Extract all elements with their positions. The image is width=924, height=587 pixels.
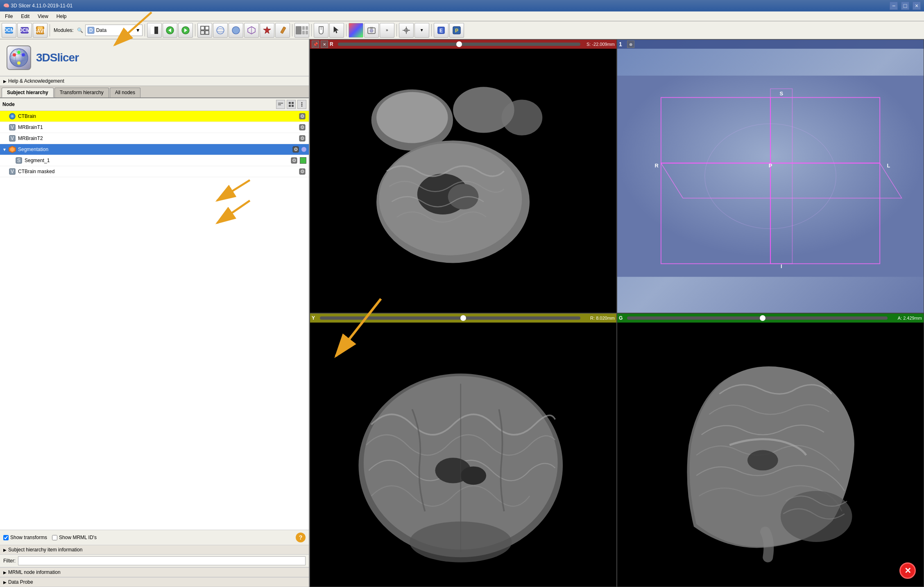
node-action-icon-mrbraint1[interactable]: ⚙	[298, 123, 306, 131]
menu-help[interactable]: Help	[53, 13, 70, 20]
crosshair-dropdown[interactable]: ▼	[414, 23, 429, 38]
tree-row-ctbrain-masked[interactable]: V CTBrain masked ⚙	[0, 166, 309, 177]
toolbar: DCM DCM SAVE Modules: 🔍 D Data ▼	[0, 21, 924, 39]
help-button[interactable]: ?	[296, 533, 306, 542]
layout-button[interactable]	[197, 23, 212, 38]
svg-rect-10	[151, 27, 154, 34]
node-icon-mrbraint1: V	[8, 123, 16, 131]
3d-content: S I R L P	[617, 40, 924, 313]
svg-point-48	[22, 53, 25, 56]
close-error-button[interactable]: ✕	[899, 562, 916, 579]
load-dicom-button[interactable]: DCM	[17, 23, 32, 38]
menubar: File Edit View Help	[0, 11, 924, 21]
svg-point-106	[461, 466, 486, 485]
show-transforms-wrap: Show transforms	[3, 535, 47, 540]
view-slider-axial[interactable]	[338, 43, 580, 46]
view-axial: 📌 ✕ R S: -22.009mm	[310, 39, 617, 313]
back-button[interactable]	[163, 23, 177, 38]
capture-button[interactable]	[364, 23, 379, 38]
minimize-button[interactable]: −	[890, 2, 898, 10]
3d-button[interactable]	[213, 23, 228, 38]
forward-button[interactable]	[178, 23, 193, 38]
view-slider-coronal[interactable]	[320, 316, 580, 320]
close-button[interactable]: ×	[913, 2, 921, 10]
load-data-button[interactable]: DCM	[2, 23, 16, 38]
svg-point-34	[370, 29, 373, 32]
cube-button[interactable]	[244, 23, 259, 38]
tabs: Subject hierarchy Transform hierarchy Al…	[0, 86, 309, 98]
sphere-button[interactable]	[229, 23, 243, 38]
node-action-icon-segment1[interactable]: ⚙	[290, 156, 298, 165]
node-action-icon-ctbrain-masked[interactable]: ⚙	[298, 167, 306, 176]
view-slider-thumb-coronal	[460, 315, 466, 321]
color-button[interactable]	[349, 23, 363, 38]
svg-rect-30	[306, 31, 308, 34]
node-icon-mrbraint2: V	[8, 134, 16, 142]
tree-header: Node	[0, 98, 309, 111]
python-button[interactable]: P	[449, 23, 464, 38]
mrml-info-section[interactable]: ▶ MRML node information	[0, 567, 309, 577]
pencil-button[interactable]	[275, 23, 290, 38]
svg-text:⚙: ⚙	[294, 147, 298, 152]
svg-text:P: P	[455, 28, 458, 34]
data-probe-section[interactable]: ▶ Data Probe	[0, 577, 309, 587]
show-transforms-label: Show transforms	[10, 535, 47, 540]
tab-subject-hierarchy[interactable]: Subject hierarchy	[2, 88, 54, 97]
maximize-button[interactable]: □	[901, 2, 909, 10]
node-label-segmentation: Segmentation	[18, 147, 292, 152]
app-logo-text: 3DSlicer	[36, 51, 79, 64]
tab-all-nodes[interactable]: All nodes	[110, 88, 140, 97]
view-label-sagittal: G	[619, 315, 625, 321]
menu-file[interactable]: File	[2, 13, 16, 20]
more-button[interactable]: »	[380, 23, 394, 38]
save-button[interactable]: SAVE	[33, 23, 48, 38]
menu-edit[interactable]: Edit	[18, 13, 33, 20]
mrml-info-collapse-icon: ▶	[3, 570, 7, 575]
view-slider-sagittal[interactable]	[627, 316, 888, 320]
tree-row-mrbraint2[interactable]: V MRBrainT2 ⚙	[0, 133, 309, 144]
window-button[interactable]	[147, 23, 162, 38]
tree-view-toggle-button[interactable]	[287, 100, 296, 109]
tree-options-button[interactable]	[297, 100, 306, 109]
tree-row-segment1[interactable]: S Segment_1 ⚙	[0, 155, 309, 166]
tree-row-mrbraint1[interactable]: V MRBrainT1 ⚙	[0, 122, 309, 133]
star-button[interactable]	[260, 23, 274, 38]
node-actions-segment1: ⚙	[290, 156, 306, 165]
tree-collapse-all-button[interactable]	[276, 100, 285, 109]
svg-text:S: S	[17, 158, 20, 163]
help-section[interactable]: ▶ Help & Acknowledgement	[0, 76, 309, 86]
modules-dropdown[interactable]: D Data ▼	[85, 25, 143, 36]
node-visibility-dot-segmentation[interactable]	[301, 147, 306, 152]
svg-text:⚙: ⚙	[300, 113, 305, 119]
app-icon: 🧠	[3, 3, 9, 9]
arrow-tool-button[interactable]	[329, 23, 344, 38]
view-slider-thumb-sagittal	[760, 315, 765, 321]
view-close-axial[interactable]: ✕	[321, 41, 328, 48]
modules-search-button[interactable]: 🔍	[76, 26, 84, 34]
menu-view[interactable]: View	[34, 13, 52, 20]
node-action-icon-ctbrain[interactable]: ⚙	[298, 112, 306, 120]
tab-transform-hierarchy[interactable]: Transform hierarchy	[54, 88, 109, 97]
view-pin-axial[interactable]: 📌	[312, 41, 319, 48]
filter-input[interactable]	[18, 556, 306, 565]
svg-point-46	[13, 53, 16, 56]
node-color-swatch-segment1[interactable]	[300, 157, 306, 164]
node-action-icon-mrbraint2[interactable]: ⚙	[298, 134, 306, 142]
view-3d: 1 ⊕	[617, 39, 924, 313]
show-mrml-checkbox[interactable]	[52, 535, 57, 540]
view-recenter-3d[interactable]: ⊕	[627, 41, 634, 48]
tree-row-segmentation[interactable]: ▼ Segmentation ⚙	[0, 144, 309, 155]
node-action-icon-segmentation[interactable]: ⚙	[292, 145, 300, 154]
brain-image-sagittal	[617, 314, 924, 587]
extensions-button[interactable]: E	[434, 23, 448, 38]
layout-grid-button[interactable]	[294, 23, 309, 38]
subject-hierarchy-info-section[interactable]: ▶ Subject hierarchy item information	[0, 545, 309, 555]
brain-image-axial	[310, 40, 616, 313]
svg-text:⚙: ⚙	[292, 158, 297, 163]
mouse-button[interactable]	[314, 23, 328, 38]
show-transforms-checkbox[interactable]	[3, 535, 9, 540]
crosshair-button[interactable]	[399, 23, 414, 38]
tree-row-ctbrain[interactable]: CTBrain ⚙	[0, 111, 309, 122]
node-actions-ctbrain: ⚙	[298, 112, 306, 120]
svg-point-20	[217, 29, 224, 32]
